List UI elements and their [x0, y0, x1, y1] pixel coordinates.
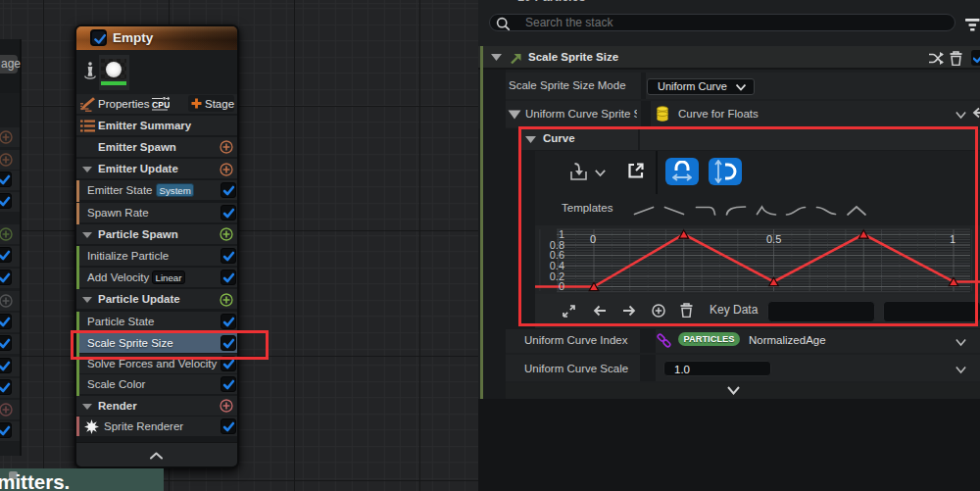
svg-text:CPU: CPU: [152, 99, 170, 109]
